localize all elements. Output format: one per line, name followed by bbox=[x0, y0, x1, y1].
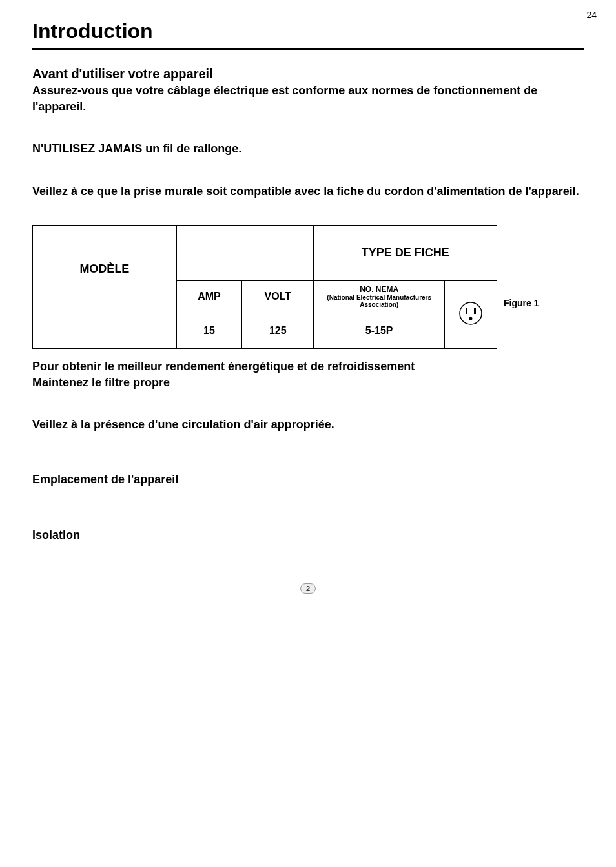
table-row: 15 125 5-15P bbox=[33, 313, 497, 348]
svg-rect-1 bbox=[466, 308, 467, 314]
table-cell-volt: 125 bbox=[242, 313, 314, 348]
heading-location: Emplacement de l'appareil bbox=[32, 472, 584, 488]
table-container: MODÈLE TYPE DE FICHE AMP VOLT NO. NEMA (… bbox=[32, 225, 584, 349]
svg-point-3 bbox=[469, 317, 472, 320]
svg-point-0 bbox=[460, 302, 482, 324]
table-header-empty bbox=[176, 225, 314, 280]
table-header-plug-type: TYPE DE FICHE bbox=[314, 225, 497, 280]
nema-label-line2: (National Electrical Manufacturers Assoc… bbox=[314, 294, 444, 308]
paragraph-wiring: Assurez-vous que votre câblage électriqu… bbox=[32, 83, 584, 115]
table-row: MODÈLE TYPE DE FICHE bbox=[33, 225, 497, 280]
table-header-volt: VOLT bbox=[242, 280, 314, 313]
table-cell-model-empty bbox=[33, 313, 177, 348]
page-footer: 2 bbox=[32, 582, 584, 594]
figure-label: Figure 1 bbox=[504, 298, 539, 308]
table-header-amp: AMP bbox=[176, 280, 241, 313]
table-cell-nema: 5-15P bbox=[314, 313, 445, 348]
heading-best-performance: Pour obtenir le meilleur rendement énerg… bbox=[32, 359, 584, 375]
document-title: Introduction bbox=[32, 19, 584, 43]
page-number-bottom: 2 bbox=[300, 583, 316, 594]
title-underline bbox=[32, 48, 584, 50]
plug-icon bbox=[458, 300, 484, 329]
paragraph-outlet-compatible: Veillez à ce que la prise murale soit co… bbox=[32, 183, 584, 200]
section-heading-before-use: Avant d'utiliser votre appareil bbox=[32, 67, 584, 81]
heading-isolation: Isolation bbox=[32, 527, 584, 543]
table-header-model: MODÈLE bbox=[33, 225, 177, 313]
table-header-nema: NO. NEMA (National Electrical Manufactur… bbox=[314, 280, 445, 313]
table-cell-amp: 15 bbox=[176, 313, 241, 348]
heading-keep-filter-clean: Maintenez le filtre propre bbox=[32, 375, 584, 391]
page-number-top: 24 bbox=[586, 10, 597, 20]
plug-spec-table: MODÈLE TYPE DE FICHE AMP VOLT NO. NEMA (… bbox=[32, 225, 497, 349]
nema-label-line1: NO. NEMA bbox=[314, 286, 444, 294]
paragraph-airflow: Veillez à la présence d'une circulation … bbox=[32, 417, 584, 433]
paragraph-no-extension: N'UTILISEZ JAMAIS un fil de rallonge. bbox=[32, 141, 584, 157]
table-cell-plug-icon bbox=[444, 280, 497, 348]
svg-rect-2 bbox=[474, 308, 476, 314]
